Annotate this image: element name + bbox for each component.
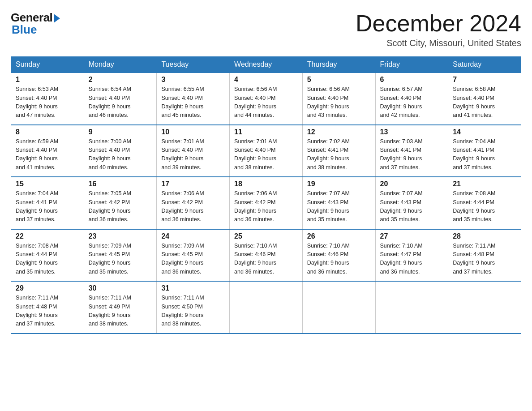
weekday-header-friday: Friday	[375, 57, 448, 73]
day-number: 9	[89, 128, 152, 136]
calendar-week-row: 8 Sunrise: 6:59 AMSunset: 4:40 PMDayligh…	[11, 125, 521, 177]
day-info: Sunrise: 7:11 AMSunset: 4:50 PMDaylight:…	[161, 295, 204, 327]
day-number: 19	[307, 180, 371, 188]
weekday-header-wednesday: Wednesday	[230, 57, 303, 73]
day-number: 2	[89, 76, 152, 84]
day-info: Sunrise: 6:56 AMSunset: 4:40 PMDaylight:…	[307, 86, 350, 118]
weekday-header-thursday: Thursday	[302, 57, 375, 73]
calendar-cell: 8 Sunrise: 6:59 AMSunset: 4:40 PMDayligh…	[11, 125, 84, 177]
calendar-cell: 1 Sunrise: 6:53 AMSunset: 4:40 PMDayligh…	[11, 73, 84, 125]
calendar-cell: 30 Sunrise: 7:11 AMSunset: 4:49 PMDaylig…	[84, 281, 157, 334]
day-info: Sunrise: 7:02 AMSunset: 4:41 PMDaylight:…	[307, 138, 350, 171]
weekday-header-sunday: Sunday	[11, 57, 84, 73]
day-info: Sunrise: 7:11 AMSunset: 4:49 PMDaylight:…	[89, 295, 131, 327]
location-text: Scott City, Missouri, United States	[356, 38, 521, 48]
calendar-cell: 22 Sunrise: 7:08 AMSunset: 4:44 PMDaylig…	[11, 229, 84, 282]
logo: General Blue	[11, 11, 60, 37]
calendar-cell: 26 Sunrise: 7:10 AMSunset: 4:46 PMDaylig…	[302, 229, 375, 282]
calendar-cell: 2 Sunrise: 6:54 AMSunset: 4:40 PMDayligh…	[84, 73, 157, 125]
day-info: Sunrise: 6:56 AMSunset: 4:40 PMDaylight:…	[234, 86, 277, 118]
calendar-table: SundayMondayTuesdayWednesdayThursdayFrid…	[11, 56, 521, 334]
day-number: 28	[453, 232, 516, 240]
calendar-cell	[230, 281, 303, 334]
day-number: 29	[16, 284, 79, 292]
day-number: 7	[453, 76, 516, 84]
day-info: Sunrise: 7:05 AMSunset: 4:42 PMDaylight:…	[89, 190, 131, 223]
calendar-cell: 7 Sunrise: 6:58 AMSunset: 4:40 PMDayligh…	[448, 73, 521, 125]
day-info: Sunrise: 6:55 AMSunset: 4:40 PMDaylight:…	[161, 86, 204, 118]
day-info: Sunrise: 7:08 AMSunset: 4:44 PMDaylight:…	[16, 243, 58, 275]
page-header: General Blue December 2024 Scott City, M…	[11, 11, 521, 48]
calendar-cell: 21 Sunrise: 7:08 AMSunset: 4:44 PMDaylig…	[448, 177, 521, 229]
calendar-cell	[448, 281, 521, 334]
calendar-cell: 18 Sunrise: 7:06 AMSunset: 4:42 PMDaylig…	[230, 177, 303, 229]
calendar-cell: 16 Sunrise: 7:05 AMSunset: 4:42 PMDaylig…	[84, 177, 157, 229]
day-info: Sunrise: 7:07 AMSunset: 4:43 PMDaylight:…	[307, 190, 350, 223]
calendar-cell: 29 Sunrise: 7:11 AMSunset: 4:48 PMDaylig…	[11, 281, 84, 334]
day-number: 5	[307, 76, 371, 84]
calendar-cell: 3 Sunrise: 6:55 AMSunset: 4:40 PMDayligh…	[157, 73, 230, 125]
calendar-cell: 20 Sunrise: 7:07 AMSunset: 4:43 PMDaylig…	[375, 177, 448, 229]
day-number: 1	[16, 76, 79, 84]
day-info: Sunrise: 7:09 AMSunset: 4:45 PMDaylight:…	[161, 243, 204, 275]
calendar-cell: 28 Sunrise: 7:11 AMSunset: 4:48 PMDaylig…	[448, 229, 521, 282]
day-info: Sunrise: 6:54 AMSunset: 4:40 PMDaylight:…	[89, 86, 131, 118]
day-info: Sunrise: 7:01 AMSunset: 4:40 PMDaylight:…	[161, 138, 204, 171]
calendar-cell: 31 Sunrise: 7:11 AMSunset: 4:50 PMDaylig…	[157, 281, 230, 334]
calendar-cell: 23 Sunrise: 7:09 AMSunset: 4:45 PMDaylig…	[84, 229, 157, 282]
day-info: Sunrise: 6:59 AMSunset: 4:40 PMDaylight:…	[16, 138, 58, 171]
calendar-cell	[375, 281, 448, 334]
day-number: 27	[380, 232, 444, 240]
day-number: 24	[161, 232, 225, 240]
day-number: 3	[161, 76, 225, 84]
calendar-cell: 14 Sunrise: 7:04 AMSunset: 4:41 PMDaylig…	[448, 125, 521, 177]
calendar-week-row: 22 Sunrise: 7:08 AMSunset: 4:44 PMDaylig…	[11, 229, 521, 282]
day-info: Sunrise: 7:01 AMSunset: 4:40 PMDaylight:…	[234, 138, 277, 171]
day-info: Sunrise: 7:10 AMSunset: 4:47 PMDaylight:…	[380, 243, 423, 275]
weekday-header-monday: Monday	[84, 57, 157, 73]
calendar-cell: 24 Sunrise: 7:09 AMSunset: 4:45 PMDaylig…	[157, 229, 230, 282]
calendar-week-row: 29 Sunrise: 7:11 AMSunset: 4:48 PMDaylig…	[11, 281, 521, 334]
day-number: 25	[234, 232, 298, 240]
weekday-header-row: SundayMondayTuesdayWednesdayThursdayFrid…	[11, 57, 521, 73]
day-number: 11	[234, 128, 298, 136]
day-number: 10	[161, 128, 225, 136]
logo-arrow-icon	[54, 14, 60, 23]
day-info: Sunrise: 7:08 AMSunset: 4:44 PMDaylight:…	[453, 190, 495, 223]
day-number: 15	[16, 180, 79, 188]
calendar-cell: 17 Sunrise: 7:06 AMSunset: 4:42 PMDaylig…	[157, 177, 230, 229]
calendar-cell	[302, 281, 375, 334]
day-info: Sunrise: 6:57 AMSunset: 4:40 PMDaylight:…	[380, 86, 423, 118]
day-number: 31	[161, 284, 225, 292]
calendar-cell: 10 Sunrise: 7:01 AMSunset: 4:40 PMDaylig…	[157, 125, 230, 177]
day-info: Sunrise: 7:10 AMSunset: 4:46 PMDaylight:…	[307, 243, 350, 275]
day-number: 30	[89, 284, 152, 292]
day-number: 16	[89, 180, 152, 188]
title-area: December 2024 Scott City, Missouri, Unit…	[356, 11, 521, 48]
calendar-cell: 5 Sunrise: 6:56 AMSunset: 4:40 PMDayligh…	[302, 73, 375, 125]
calendar-cell: 6 Sunrise: 6:57 AMSunset: 4:40 PMDayligh…	[375, 73, 448, 125]
day-number: 17	[161, 180, 225, 188]
day-info: Sunrise: 7:04 AMSunset: 4:41 PMDaylight:…	[453, 138, 495, 171]
month-title: December 2024	[356, 11, 521, 36]
day-number: 22	[16, 232, 79, 240]
day-info: Sunrise: 7:09 AMSunset: 4:45 PMDaylight:…	[89, 243, 131, 275]
calendar-cell: 12 Sunrise: 7:02 AMSunset: 4:41 PMDaylig…	[302, 125, 375, 177]
day-info: Sunrise: 7:06 AMSunset: 4:42 PMDaylight:…	[234, 190, 277, 223]
logo-blue-text: Blue	[12, 23, 37, 37]
weekday-header-tuesday: Tuesday	[157, 57, 230, 73]
calendar-cell: 11 Sunrise: 7:01 AMSunset: 4:40 PMDaylig…	[230, 125, 303, 177]
day-number: 21	[453, 180, 516, 188]
day-info: Sunrise: 7:00 AMSunset: 4:40 PMDaylight:…	[89, 138, 131, 171]
calendar-week-row: 1 Sunrise: 6:53 AMSunset: 4:40 PMDayligh…	[11, 73, 521, 125]
day-number: 13	[380, 128, 444, 136]
day-info: Sunrise: 7:10 AMSunset: 4:46 PMDaylight:…	[234, 243, 277, 275]
calendar-cell: 9 Sunrise: 7:00 AMSunset: 4:40 PMDayligh…	[84, 125, 157, 177]
day-number: 23	[89, 232, 152, 240]
day-number: 26	[307, 232, 371, 240]
day-info: Sunrise: 7:03 AMSunset: 4:41 PMDaylight:…	[380, 138, 423, 171]
day-number: 8	[16, 128, 79, 136]
day-info: Sunrise: 7:11 AMSunset: 4:48 PMDaylight:…	[453, 243, 495, 275]
day-number: 4	[234, 76, 298, 84]
day-info: Sunrise: 7:04 AMSunset: 4:41 PMDaylight:…	[16, 190, 58, 223]
